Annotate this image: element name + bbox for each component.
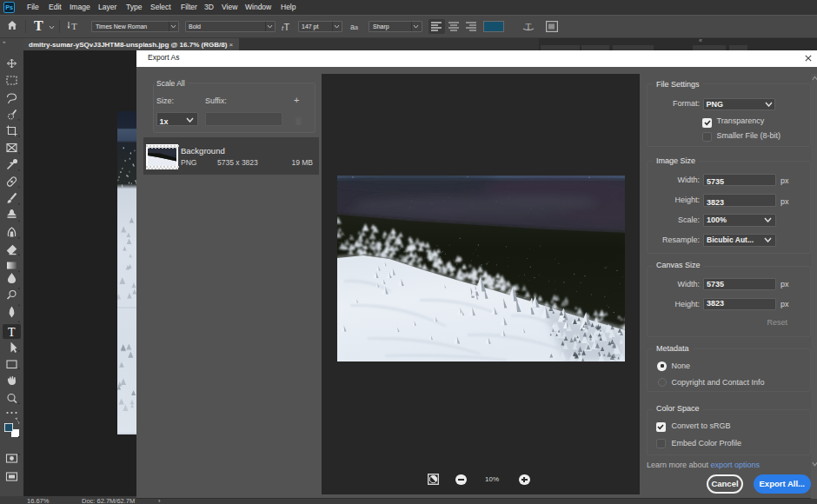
svg-text:T: T [71,21,77,31]
svg-text:T: T [8,326,16,339]
svg-text:T: T [526,21,532,31]
